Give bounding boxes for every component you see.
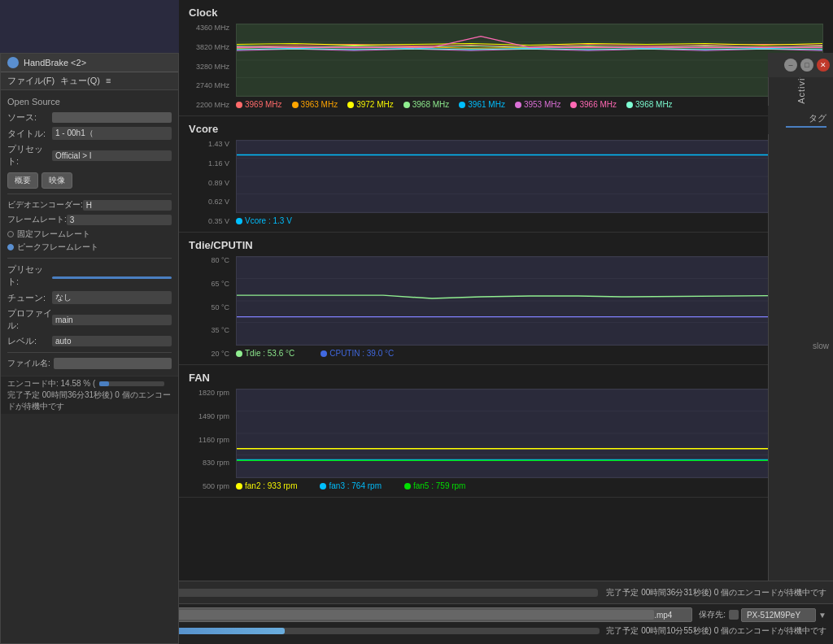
action-buttons: 概要 映像 bbox=[7, 172, 172, 189]
vcore-chart-visual bbox=[236, 140, 823, 213]
tag-label[interactable]: タグ bbox=[809, 112, 826, 124]
radio-peak-label: ピークフレームレート bbox=[17, 242, 98, 253]
profile-label: プロファイル: bbox=[7, 307, 52, 332]
video-button[interactable]: 映像 bbox=[41, 172, 72, 189]
maximize-button[interactable]: □ bbox=[800, 59, 813, 72]
tdie-svg bbox=[237, 257, 822, 345]
tdie-y-axis: 80 °C 65 °C 50 °C 35 °C 20 °C bbox=[189, 256, 229, 358]
vcore-legend: Vcore : 1.3 V bbox=[236, 216, 823, 225]
divider-1 bbox=[7, 194, 172, 194]
radio-fixed-label: 固定フレームレート bbox=[17, 228, 90, 240]
radio-peak-row[interactable]: ピークフレームレート bbox=[7, 242, 172, 253]
encode-status-line: エンコード中: 14.58 % ( 完了予定 00時間36分31秒後) 0 個の… bbox=[1, 376, 178, 414]
preset2-label: プリセット: bbox=[7, 263, 52, 288]
clock-legend-2: 3963 MHz bbox=[292, 100, 338, 109]
bottom-encode-suffix: 完了予定 00時間10分55秒後) 0 個のエンコードが待機中です bbox=[606, 625, 826, 637]
fan-svg bbox=[237, 389, 822, 477]
tune-label: チューン: bbox=[7, 292, 52, 304]
clock-dot-1 bbox=[236, 102, 242, 108]
source-row: ソース: bbox=[7, 111, 172, 124]
clock-dot-7 bbox=[570, 102, 577, 108]
radio-fixed-row[interactable]: 固定フレームレート bbox=[7, 228, 172, 240]
menu-file[interactable]: ファイル(F) bbox=[7, 76, 55, 85]
encoder-label: ビデオエンコーダー: bbox=[7, 199, 83, 211]
source-label: ソース: bbox=[7, 111, 52, 124]
vcore-y-axis: 1.43 V 1.16 V 0.89 V 0.62 V 0.35 V bbox=[189, 140, 229, 225]
tdie-title: Tdie/CPUTIN bbox=[189, 239, 823, 251]
tag-underline bbox=[786, 126, 826, 128]
clock-dot-2 bbox=[292, 102, 299, 108]
title-row: タイトル: 1 - 00h1（ bbox=[7, 127, 172, 140]
clock-dot-6 bbox=[515, 102, 521, 108]
clock-legend-3: 3972 MHz bbox=[347, 100, 394, 109]
file-bottom-label: ファイル名: bbox=[7, 358, 50, 369]
fan-legend: fan2 : 933 rpm fan3 : 764 rpm fan5 : 759… bbox=[236, 481, 823, 490]
vcore-section: Vcore 1.43 V 1.16 V 0.89 V 0.62 V 0.35 V bbox=[179, 116, 833, 233]
handbrake-menu: ファイル(F) キュー(Q) ≡ bbox=[1, 72, 178, 90]
handbrake-title: HandBrake <2> bbox=[24, 58, 86, 67]
minimize-button[interactable]: – bbox=[784, 59, 797, 72]
tdie-legend-1: Tdie : 53.6 °C bbox=[236, 349, 294, 358]
filename-extension: .mp4 bbox=[654, 611, 672, 620]
clock-chart-container: 4360 MHz 3820 MHz 3280 MHz 2740 MHz 2200… bbox=[189, 24, 823, 109]
save-value[interactable]: PX-512M9PeY bbox=[741, 608, 816, 622]
menu-more[interactable]: ≡ bbox=[106, 76, 111, 85]
handbrake-content: Open Source ソース: タイトル: 1 - 00h1（ プリセット: … bbox=[1, 90, 178, 376]
preset-row: プリセット: Official > I bbox=[7, 143, 172, 168]
clock-chart-area: 3969 MHz 3963 MHz 3972 MHz 3968 MHz bbox=[236, 24, 823, 109]
slow-label: slow bbox=[813, 342, 829, 350]
fan-legend-3: fan5 : 759 rpm bbox=[404, 481, 465, 490]
clock-legend-4: 3968 MHz bbox=[403, 100, 450, 109]
vcore-chart-area: Vcore : 1.3 V bbox=[236, 140, 823, 225]
encoder-row: ビデオエンコーダー: H bbox=[7, 199, 172, 211]
save-destination: 保存先: PX-512M9PeY ▼ bbox=[699, 608, 826, 622]
radio-fixed-icon bbox=[7, 231, 14, 237]
fan-chart-visual bbox=[236, 389, 823, 478]
clock-y-1: 2740 MHz bbox=[189, 81, 229, 89]
encode-progress-fill bbox=[99, 381, 109, 386]
tag-area: タグ bbox=[768, 106, 833, 134]
encode-status-text: エンコード中: 14.58 % ( bbox=[7, 379, 95, 388]
vcore-svg bbox=[237, 141, 822, 212]
menu-queue[interactable]: キュー(Q) bbox=[60, 76, 100, 85]
clock-chart-visual bbox=[236, 24, 823, 97]
vcore-legend-1: Vcore : 1.3 V bbox=[236, 216, 292, 225]
tdie-chart-visual bbox=[236, 256, 823, 346]
preset-value: Official > I bbox=[52, 150, 172, 161]
source-value bbox=[52, 112, 172, 123]
level-label: レベル: bbox=[7, 335, 52, 347]
preset-slider[interactable] bbox=[52, 276, 172, 279]
clock-y-0: 2200 MHz bbox=[189, 101, 229, 109]
clock-y-axis: 4360 MHz 3820 MHz 3280 MHz 2740 MHz 2200… bbox=[189, 24, 229, 109]
save-dest-label: 保存先: bbox=[699, 609, 726, 620]
clock-legend-6: 3953 MHz bbox=[515, 100, 561, 109]
fan-section: FAN 1820 rpm 1490 rpm 1160 rpm 830 rpm 5… bbox=[179, 365, 833, 498]
tdie-legend: Tdie : 53.6 °C CPUTIN : 39.0 °C bbox=[236, 349, 823, 358]
fan-y-axis: 1820 rpm 1490 rpm 1160 rpm 830 rpm 500 r… bbox=[189, 389, 229, 490]
preset2-row: プリセット: bbox=[7, 263, 172, 288]
file-bottom-row: ファイル名: bbox=[7, 358, 172, 369]
level-value: auto bbox=[52, 336, 172, 346]
encode-progress-bar bbox=[99, 381, 164, 386]
title-value: 1 - 00h1（ bbox=[52, 127, 172, 140]
vcore-title: Vcore bbox=[189, 123, 823, 135]
tdie-chart-area: Tdie : 53.6 °C CPUTIN : 39.0 °C bbox=[236, 256, 823, 358]
encode-suffix-text-2: 完了予定 00時間36分31秒後) 0 個のエンコードが待機中です bbox=[606, 587, 826, 598]
clock-section: Clock 4360 MHz 3820 MHz 3280 MHz 2740 MH… bbox=[179, 0, 833, 116]
close-button[interactable]: ✕ bbox=[817, 59, 830, 72]
summary-button[interactable]: 概要 bbox=[7, 172, 38, 189]
handbrake-titlebar: HandBrake <2> bbox=[1, 54, 178, 72]
profile-row: プロファイル: main bbox=[7, 307, 172, 332]
window-controls: – □ ✕ bbox=[768, 53, 833, 77]
divider-2 bbox=[7, 258, 172, 259]
tune-row: チューン: なし bbox=[7, 291, 172, 304]
fan-legend-1: fan2 : 933 rpm bbox=[236, 481, 297, 490]
fan-legend-2: fan3 : 764 rpm bbox=[320, 481, 381, 490]
tdie-dot-2 bbox=[321, 350, 327, 357]
clock-legend-5: 3961 MHz bbox=[459, 100, 505, 109]
tune-value: なし bbox=[52, 291, 172, 304]
save-dropdown-arrow[interactable]: ▼ bbox=[818, 611, 826, 620]
save-dest-dropdown[interactable]: PX-512M9PeY ▼ bbox=[729, 608, 826, 622]
clock-dot-3 bbox=[347, 102, 354, 108]
profile-value: main bbox=[52, 315, 172, 325]
